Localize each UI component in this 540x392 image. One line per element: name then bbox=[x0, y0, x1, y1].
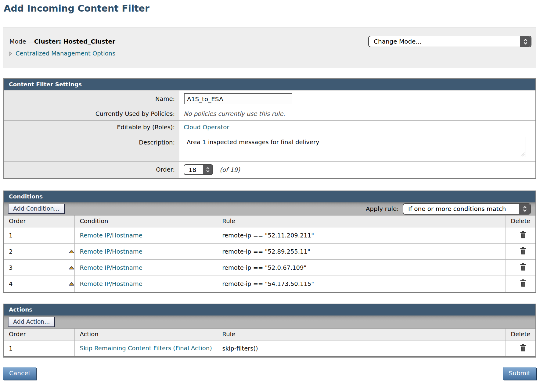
move-up-arrow-icon[interactable] bbox=[69, 265, 74, 270]
actions-section: Actions Add Action... Order Action Rule … bbox=[3, 304, 536, 358]
description-label: Description: bbox=[4, 134, 179, 162]
description-textarea[interactable]: Area 1 inspected messages for final deli… bbox=[184, 137, 525, 157]
conditions-table: Order Condition Rule Delete 1 Remote IP/… bbox=[4, 216, 535, 292]
conditions-table-header-row: Order Condition Rule Delete bbox=[4, 216, 535, 227]
change-mode-select[interactable]: Change Mode... bbox=[368, 36, 531, 47]
condition-row: 4 Remote IP/Hostname remote-ip == "54.17… bbox=[4, 276, 535, 292]
content-filter-settings-section: Content Filter Settings Name: Currently … bbox=[3, 78, 536, 179]
apply-rule-group: Apply rule: If one or more conditions ma… bbox=[366, 203, 531, 215]
condition-row: 2 Remote IP/Hostname remote-ip == "52.89… bbox=[4, 244, 535, 260]
move-up-arrow-icon[interactable] bbox=[69, 282, 74, 286]
change-mode-select-value: Change Mode... bbox=[369, 38, 422, 45]
col-order: Order bbox=[4, 329, 74, 340]
select-spinner-icon bbox=[203, 165, 212, 174]
condition-rule: remote-ip == "54.173.50.115" bbox=[222, 280, 314, 287]
apply-rule-label: Apply rule: bbox=[366, 205, 399, 212]
policies-value: No policies currently use this rule. bbox=[184, 110, 285, 117]
trash-icon[interactable] bbox=[520, 230, 527, 239]
order-label: Order: bbox=[4, 162, 179, 178]
condition-order: 4 bbox=[9, 280, 13, 287]
col-rule: Rule bbox=[217, 329, 506, 340]
conditions-section: Conditions Add Condition... Apply rule: … bbox=[3, 191, 536, 293]
action-rule: skip-filters() bbox=[222, 345, 258, 352]
condition-row: 1 Remote IP/Hostname remote-ip == "52.11… bbox=[4, 227, 535, 244]
condition-row: 3 Remote IP/Hostname remote-ip == "52.0.… bbox=[4, 260, 535, 276]
action-row: 1 Skip Remaining Content Filters (Final … bbox=[4, 340, 535, 357]
roles-row: Editable by (Roles): Cloud Operator bbox=[4, 121, 535, 134]
condition-order: 3 bbox=[9, 264, 13, 271]
trash-icon[interactable] bbox=[520, 247, 527, 255]
submit-button[interactable]: Submit bbox=[503, 367, 536, 380]
cancel-button[interactable]: Cancel bbox=[3, 367, 36, 380]
cloud-operator-link[interactable]: Cloud Operator bbox=[184, 124, 229, 131]
trash-icon[interactable] bbox=[520, 263, 527, 271]
name-input[interactable] bbox=[184, 93, 292, 104]
name-row: Name: bbox=[4, 91, 535, 107]
trash-icon[interactable] bbox=[520, 344, 527, 352]
apply-rule-select[interactable]: If one or more conditions match bbox=[403, 203, 531, 215]
page-title: Add Incoming Content Filter bbox=[4, 3, 540, 14]
roles-label: Editable by (Roles): bbox=[4, 121, 179, 134]
action-order: 1 bbox=[9, 345, 13, 352]
condition-link[interactable]: Remote IP/Hostname bbox=[80, 232, 142, 239]
mode-value: Cluster: Hosted_Cluster bbox=[34, 38, 115, 45]
add-condition-button[interactable]: Add Condition... bbox=[8, 204, 65, 214]
content-filter-settings-header: Content Filter Settings bbox=[4, 79, 535, 90]
order-total: (of 19) bbox=[220, 166, 240, 173]
action-link[interactable]: Skip Remaining Content Filters (Final Ac… bbox=[80, 345, 212, 352]
policies-row: Currently Used by Policies: No policies … bbox=[4, 107, 535, 121]
mode-text: Mode —Cluster: Hosted_Cluster bbox=[8, 38, 115, 45]
actions-toolbar: Add Action... bbox=[4, 315, 535, 329]
name-label: Name: bbox=[4, 91, 179, 107]
content-filter-settings-table: Name: Currently Used by Policies: No pol… bbox=[4, 90, 535, 178]
condition-rule: remote-ip == "52.89.255.11" bbox=[222, 248, 310, 255]
disclosure-triangle-icon bbox=[9, 51, 12, 56]
col-condition: Condition bbox=[74, 216, 217, 227]
condition-link[interactable]: Remote IP/Hostname bbox=[80, 280, 142, 287]
mode-row: Mode —Cluster: Hosted_Cluster Change Mod… bbox=[8, 27, 531, 48]
actions-table-header-row: Order Action Rule Delete bbox=[4, 329, 535, 340]
add-action-button[interactable]: Add Action... bbox=[8, 317, 55, 327]
order-row: Order: 18 (of 19) bbox=[4, 162, 535, 178]
col-action: Action bbox=[74, 329, 217, 340]
apply-rule-select-value: If one or more conditions match bbox=[403, 205, 506, 212]
add-incoming-content-filter-page: Add Incoming Content Filter Mode —Cluste… bbox=[0, 3, 540, 380]
condition-order: 2 bbox=[9, 248, 13, 255]
conditions-header: Conditions bbox=[4, 191, 535, 202]
actions-header: Actions bbox=[4, 304, 535, 315]
order-select[interactable]: 18 bbox=[184, 164, 213, 175]
mode-label: Mode — bbox=[9, 38, 34, 45]
col-delete: Delete bbox=[506, 216, 535, 227]
conditions-toolbar: Add Condition... Apply rule: If one or m… bbox=[4, 202, 535, 216]
centralized-management-options-row: Centralized Management Options bbox=[8, 50, 531, 57]
select-spinner-icon bbox=[519, 204, 530, 214]
col-order: Order bbox=[4, 216, 74, 227]
col-rule: Rule bbox=[217, 216, 506, 227]
description-row: Description: Area 1 inspected messages f… bbox=[4, 134, 535, 162]
centralized-management-options-link[interactable]: Centralized Management Options bbox=[16, 50, 115, 57]
footer-bar: Cancel Submit bbox=[3, 367, 536, 380]
condition-order: 1 bbox=[9, 232, 13, 239]
condition-rule: remote-ip == "52.11.209.211" bbox=[222, 232, 314, 239]
condition-link[interactable]: Remote IP/Hostname bbox=[80, 248, 142, 255]
order-select-value: 18 bbox=[184, 166, 196, 173]
select-spinner-icon bbox=[520, 36, 531, 47]
actions-table: Order Action Rule Delete 1 Skip Remainin… bbox=[4, 329, 535, 356]
condition-rule: remote-ip == "52.0.67.109" bbox=[222, 264, 307, 271]
col-delete: Delete bbox=[506, 329, 535, 340]
policies-label: Currently Used by Policies: bbox=[4, 107, 179, 121]
mode-panel: Mode —Cluster: Hosted_Cluster Change Mod… bbox=[3, 27, 536, 68]
trash-icon[interactable] bbox=[520, 279, 527, 287]
condition-link[interactable]: Remote IP/Hostname bbox=[80, 264, 142, 271]
move-up-arrow-icon[interactable] bbox=[69, 249, 74, 254]
